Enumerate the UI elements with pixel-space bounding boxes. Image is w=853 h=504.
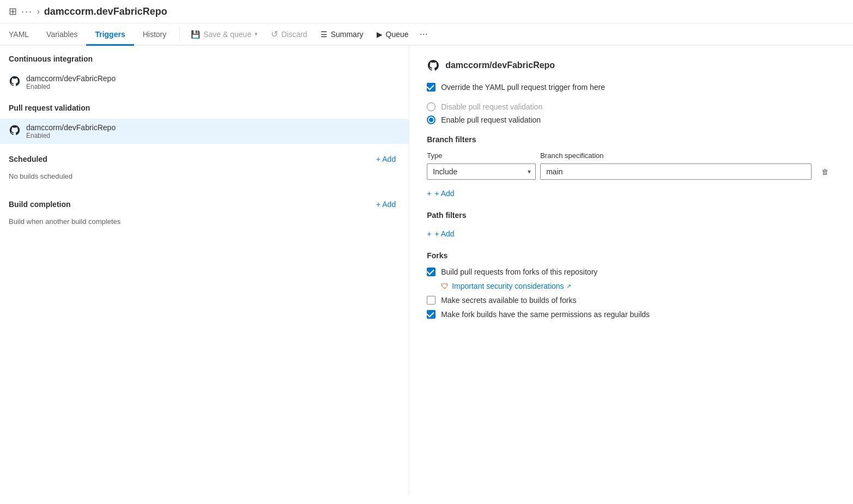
disable-pr-radio-row: Disable pull request validation [427,102,836,111]
plus-icon-path: + [427,229,431,238]
build-completion-header: Build completion + Add [0,189,409,215]
build-completion-description: Build when another build completes [0,215,409,234]
ci-section-title: Continuous integration [0,54,409,70]
path-filters-title: Path filters [427,211,836,220]
queue-icon: ▶ [377,30,383,39]
enable-pr-label: Enable pull request validation [441,116,541,124]
tab-variables[interactable]: Variables [38,25,86,46]
build-forks-checkbox-row: Build pull requests from forks of this r… [427,268,836,276]
discard-icon: ↺ [271,29,278,39]
save-queue-button[interactable]: 💾 Save & queue ▾ [184,27,264,42]
right-panel-header: damccorm/devFabricRepo [427,59,836,72]
toolbar-more-button[interactable]: ··· [415,26,432,42]
scheduled-add-button[interactable]: + Add [372,153,400,166]
add-path-filter-button[interactable]: + + Add [427,227,454,240]
trash-icon: 🗑 [821,168,828,176]
tab-history[interactable]: History [134,25,176,46]
make-secrets-checkbox-row: Make secrets available to builds of fork… [427,296,836,305]
summary-icon: ☰ [320,30,328,39]
delete-branch-filter-button[interactable]: 🗑 [816,163,833,180]
branch-filters-section: Branch filters Type Branch specification… [427,135,836,200]
branch-filter-row: Include Exclude ▾ 🗑 [427,163,836,180]
override-label: Override the YAML pull request trigger f… [441,83,605,92]
forks-section: Forks Build pull requests from forks of … [427,251,836,319]
forks-title: Forks [427,251,836,260]
disable-pr-label: Disable pull request validation [441,102,542,111]
right-repo-title: damccorm/devFabricRepo [445,60,555,70]
build-completion-title: Build completion [9,200,71,209]
pr-repo-item[interactable]: damccorm/devFabricRepo Enabled [0,119,409,144]
external-link-icon: ↗ [566,283,571,290]
ci-repo-info: damccorm/devFabricRepo Enabled [26,74,116,90]
make-secrets-label: Make secrets available to builds of fork… [441,296,576,305]
queue-button[interactable]: ▶ Queue [370,27,415,42]
branch-spec-input[interactable] [540,163,812,180]
scheduled-section-header: Scheduled + Add [0,144,409,170]
build-completion-add-button[interactable]: + Add [372,198,400,211]
same-permissions-checkbox-row: Make fork builds have the same permissio… [427,310,836,319]
pr-repo-info: damccorm/devFabricRepo Enabled [26,123,116,139]
github-icon [9,75,21,87]
type-select[interactable]: Include Exclude [427,164,535,179]
ci-repo-item[interactable]: damccorm/devFabricRepo Enabled [0,70,409,95]
build-forks-label: Build pull requests from forks of this r… [441,268,597,276]
disable-pr-radio[interactable] [427,102,435,111]
dropdown-chevron-icon: ▾ [255,31,258,38]
security-considerations-link[interactable]: 🛡 Important security considerations ↗ [427,282,836,290]
ci-repo-status: Enabled [26,83,116,90]
pr-section-title: Pull request validation [0,95,409,119]
pr-repo-status: Enabled [26,132,116,139]
toolbar-divider [179,27,180,42]
right-panel: damccorm/devFabricRepo Override the YAML… [409,46,853,495]
left-panel: Continuous integration damccorm/devFabri… [0,46,409,495]
no-builds-text: No builds scheduled [0,170,409,189]
shield-icon: 🛡 [441,282,449,290]
same-permissions-label: Make fork builds have the same permissio… [441,310,650,319]
enable-pr-radio-row: Enable pull request validation [427,116,836,124]
breadcrumb-more[interactable]: ··· [21,6,33,17]
type-select-wrapper[interactable]: Include Exclude ▾ [427,163,536,180]
save-icon: 💾 [191,30,200,39]
scheduled-title: Scheduled [9,155,47,163]
summary-button[interactable]: ☰ Summary [314,27,370,42]
path-filters-section: Path filters + + Add [427,211,836,240]
ci-repo-name: damccorm/devFabricRepo [26,74,116,83]
app-icon: ⊞ [9,5,17,17]
header: ⊞ ··· › damccorm.devFabricRepo [0,0,853,23]
same-permissions-checkbox[interactable] [427,310,435,319]
discard-button[interactable]: ↺ Discard [264,26,313,42]
pr-repo-name: damccorm/devFabricRepo [26,123,116,132]
tab-yaml[interactable]: YAML [0,25,38,46]
breadcrumb-chevron: › [37,7,40,16]
tab-triggers[interactable]: Triggers [86,25,134,46]
build-forks-checkbox[interactable] [427,268,435,276]
type-col-label: Type [427,151,536,160]
override-checkbox[interactable] [427,83,435,92]
plus-icon: + [427,189,431,198]
branch-spec-col-label: Branch specification [540,151,812,160]
add-branch-filter-button[interactable]: + + Add [427,187,454,200]
page-title: damccorm.devFabricRepo [44,6,167,17]
enable-pr-radio[interactable] [427,116,435,124]
pr-validation-radio-group: Disable pull request validation Enable p… [427,102,836,124]
github-icon-pr [9,124,21,136]
branch-filters-title: Branch filters [427,135,836,144]
github-icon-right [427,59,440,72]
filter-column-labels: Type Branch specification [427,151,836,160]
toolbar: YAML Variables Triggers History 💾 Save &… [0,23,853,46]
override-checkbox-row: Override the YAML pull request trigger f… [427,83,836,92]
make-secrets-checkbox[interactable] [427,296,435,305]
main-container: Continuous integration damccorm/devFabri… [0,46,853,495]
